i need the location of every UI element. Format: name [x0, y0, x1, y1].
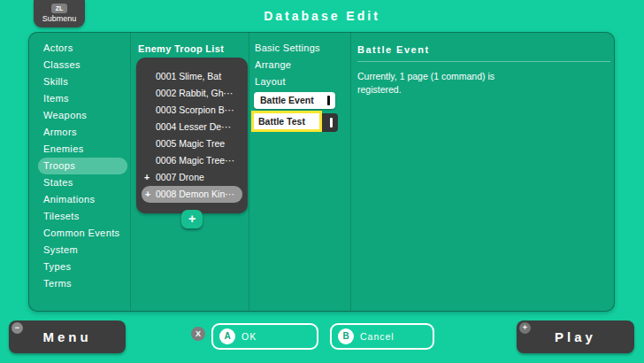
sidebar-item-enemies[interactable]: Enemies	[29, 141, 130, 158]
expand-marker: +	[144, 169, 150, 186]
troop-label: 0002 Rabbit, Gh⋯	[156, 88, 233, 98]
battle-event-button[interactable]: Battle Event	[254, 92, 335, 109]
menu-item-layout[interactable]: Layout	[249, 73, 350, 90]
submenu-label: Submenu	[42, 14, 77, 23]
troop-label: 0001 Slime, Bat	[156, 71, 221, 81]
sidebar-item-weapons[interactable]: Weapons	[29, 107, 130, 124]
battle-test-button-highlighted[interactable]: Battle Test	[251, 111, 322, 132]
battle-event-button-label: Battle Event	[260, 95, 314, 105]
troop-label: 0003 Scorpion B⋯	[156, 104, 234, 115]
category-sidebar: Actors Classes Skills Items Weapons Armo…	[29, 40, 130, 292]
detail-panel-body: Currently, 1 page (1 command) is registe…	[357, 70, 587, 97]
sidebar-item-armors[interactable]: Armors	[29, 124, 130, 141]
sidebar-item-terms[interactable]: Terms	[29, 275, 130, 292]
menu-item-basic-settings[interactable]: Basic Settings	[249, 40, 350, 57]
expand-marker: +	[145, 186, 150, 203]
a-button-icon: A	[219, 328, 235, 344]
play-button-label: Play	[555, 329, 596, 344]
troop-list-item[interactable]: 0005 Magic Tree	[136, 135, 248, 152]
settings-menu: Basic Settings Arrange Layout	[249, 40, 350, 90]
detail-body-line: Currently, 1 page (1 command) is	[357, 70, 587, 83]
sidebar-item-system[interactable]: System	[29, 242, 130, 259]
ok-button-label: OK	[242, 331, 257, 342]
troop-label: 0005 Magic Tree	[156, 138, 225, 149]
troop-list-title: Enemy Troop List	[138, 43, 224, 54]
troop-label: 0004 Lesser De⋯	[156, 121, 231, 132]
troop-list-item[interactable]: 0006 Magic Tree⋯	[136, 152, 248, 169]
troop-label: 0006 Magic Tree⋯	[156, 155, 234, 166]
plus-button-badge: +	[519, 322, 531, 334]
detail-body-line: registered.	[357, 83, 587, 97]
b-button-icon: B	[338, 328, 354, 344]
troop-list-item[interactable]: 0004 Lesser De⋯	[136, 119, 248, 135]
menu-button[interactable]: − Menu	[9, 321, 126, 353]
battle-test-button-label: Battle Test	[254, 113, 319, 129]
ok-button[interactable]: A OK	[211, 323, 318, 350]
toggle-bar-icon	[327, 96, 330, 105]
cancel-button[interactable]: B Cancel	[330, 323, 434, 350]
sidebar-item-types[interactable]: Types	[29, 259, 130, 275]
cancel-button-label: Cancel	[360, 331, 395, 342]
detail-panel-divider	[357, 61, 610, 62]
column-divider	[350, 33, 351, 311]
troop-list-panel: 0001 Slime, Bat 0002 Rabbit, Gh⋯ 0003 Sc…	[136, 58, 248, 213]
menu-item-arrange[interactable]: Arrange	[249, 57, 350, 73]
x-button-hint[interactable]: X	[191, 327, 205, 341]
page-title: Database Edit	[0, 9, 644, 23]
troop-list-item[interactable]: 0001 Slime, Bat	[136, 68, 248, 85]
sidebar-item-common-events[interactable]: Common Events	[29, 225, 130, 242]
sidebar-item-classes[interactable]: Classes	[29, 57, 130, 73]
sidebar-item-skills[interactable]: Skills	[29, 73, 130, 90]
add-troop-button[interactable]: +	[181, 210, 203, 228]
submenu-button[interactable]: ZL Submenu	[34, 0, 85, 27]
column-divider	[130, 33, 131, 311]
play-button[interactable]: + Play	[517, 321, 634, 353]
zl-shoulder-badge: ZL	[51, 4, 67, 13]
troop-list-item[interactable]: 0002 Rabbit, Gh⋯	[136, 85, 248, 102]
sidebar-item-animations[interactable]: Animations	[29, 191, 130, 208]
sidebar-item-states[interactable]: States	[29, 174, 130, 191]
menu-button-label: Menu	[42, 329, 91, 344]
troop-list-item[interactable]: 0003 Scorpion B⋯	[136, 102, 248, 119]
sidebar-item-items[interactable]: Items	[29, 90, 130, 107]
toggle-bar-icon	[330, 118, 333, 127]
troop-list-item[interactable]: +0007 Drone	[136, 169, 248, 186]
sidebar-item-actors[interactable]: Actors	[29, 40, 130, 57]
troop-label: 0007 Drone	[156, 172, 204, 182]
minus-button-badge: −	[12, 322, 23, 334]
detail-panel-title: Battle Event	[357, 44, 430, 55]
sidebar-item-troops[interactable]: Troops	[38, 158, 127, 174]
database-edit-panel: Actors Classes Skills Items Weapons Armo…	[28, 32, 615, 312]
troop-label: 0008 Demon Kin⋯	[156, 189, 234, 199]
troop-list-item-selected[interactable]: +0008 Demon Kin⋯	[142, 186, 242, 203]
sidebar-item-tilesets[interactable]: Tilesets	[29, 208, 130, 225]
